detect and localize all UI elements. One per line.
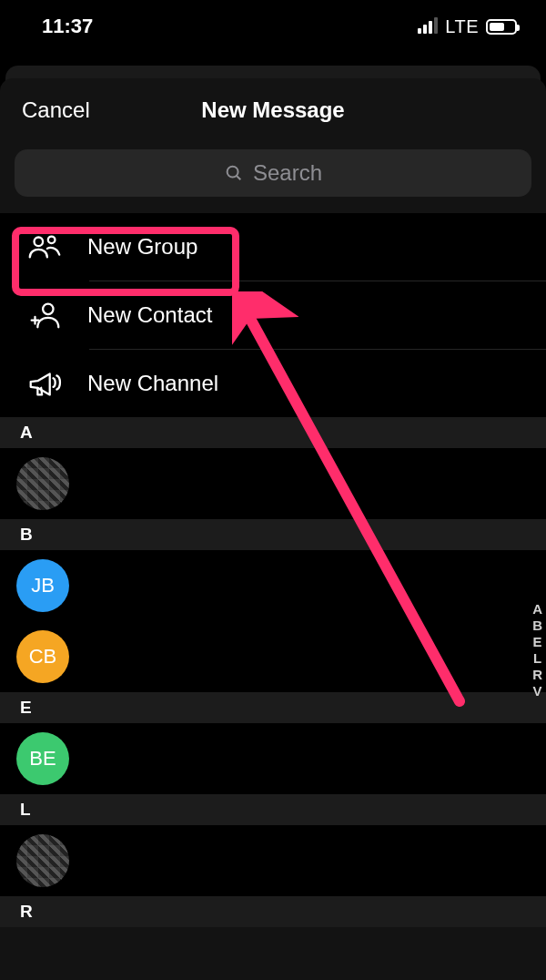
- search-input[interactable]: Search: [15, 149, 531, 197]
- contacts-list[interactable]: A B JB CB E BE L R: [0, 417, 546, 927]
- index-letter[interactable]: L: [533, 650, 541, 666]
- status-right: LTE: [418, 16, 517, 37]
- cancel-button[interactable]: Cancel: [22, 97, 90, 123]
- contact-row[interactable]: [0, 448, 546, 519]
- index-letter[interactable]: E: [533, 634, 542, 649]
- status-bar: 11:37 LTE: [0, 0, 546, 53]
- index-letter[interactable]: A: [532, 601, 542, 617]
- section-header-r: R: [0, 896, 546, 927]
- avatar: BE: [16, 732, 69, 785]
- megaphone-icon: [25, 364, 64, 403]
- status-time: 11:37: [42, 15, 93, 38]
- svg-point-4: [43, 304, 53, 314]
- new-message-sheet: Cancel New Message Search New Group: [0, 78, 546, 980]
- avatar: JB: [16, 559, 69, 612]
- new-contact-label: New Contact: [87, 302, 212, 328]
- contact-row[interactable]: JB: [0, 550, 546, 621]
- section-header-a: A: [0, 417, 546, 448]
- battery-icon: [486, 19, 517, 35]
- group-icon: [25, 228, 64, 266]
- options-list: New Group New Contact New Channel: [0, 213, 546, 417]
- new-contact-option[interactable]: New Contact: [0, 281, 546, 349]
- avatar: [16, 834, 69, 887]
- sheet-header: Cancel New Message: [0, 78, 546, 142]
- new-group-option[interactable]: New Group: [0, 213, 546, 281]
- search-icon: [224, 163, 244, 183]
- new-channel-label: New Channel: [87, 371, 218, 396]
- network-type: LTE: [445, 16, 479, 37]
- sheet-title: New Message: [201, 97, 344, 123]
- svg-point-3: [48, 237, 56, 244]
- search-placeholder: Search: [253, 160, 322, 186]
- contact-row[interactable]: BE: [0, 723, 546, 794]
- index-letter[interactable]: R: [532, 667, 542, 682]
- index-letter[interactable]: B: [532, 618, 542, 633]
- add-contact-icon: [25, 296, 64, 334]
- svg-point-0: [228, 167, 238, 178]
- section-header-e: E: [0, 692, 546, 723]
- svg-line-1: [237, 176, 240, 179]
- section-header-b: B: [0, 519, 546, 550]
- avatar: CB: [16, 630, 69, 683]
- new-channel-option[interactable]: New Channel: [0, 350, 546, 417]
- section-header-l: L: [0, 794, 546, 825]
- alphabet-index[interactable]: A B E L R V: [532, 601, 542, 699]
- contact-row[interactable]: CB: [0, 621, 546, 692]
- contact-row[interactable]: [0, 825, 546, 896]
- index-letter[interactable]: V: [533, 683, 542, 699]
- svg-point-2: [35, 238, 44, 247]
- avatar: [16, 457, 69, 510]
- cellular-signal-icon: [418, 19, 438, 34]
- new-group-label: New Group: [87, 234, 197, 260]
